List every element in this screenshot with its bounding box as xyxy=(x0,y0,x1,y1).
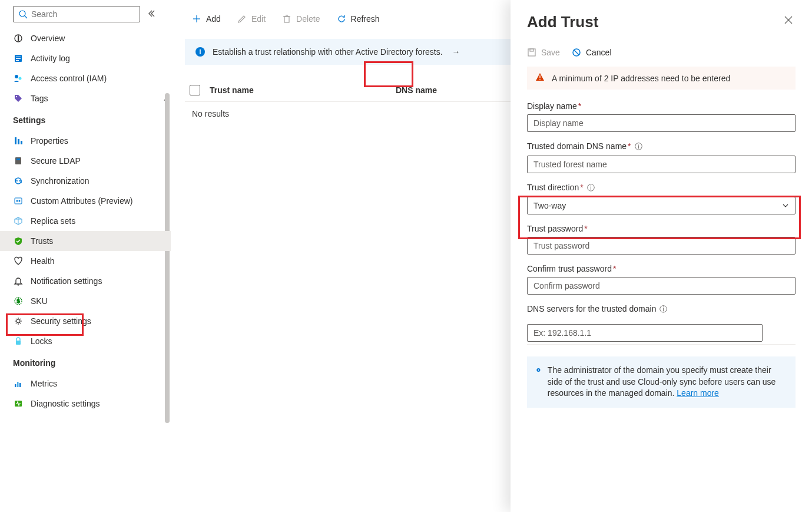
save-icon xyxy=(527,48,536,57)
svg-rect-41 xyxy=(539,79,540,80)
sidebar-item-label: Custom Attributes (Preview) xyxy=(31,196,133,206)
svg-rect-37 xyxy=(530,49,533,51)
activity-icon xyxy=(13,53,24,64)
svg-text:$: $ xyxy=(16,298,19,304)
sidebar-item-custom-attributes-preview-[interactable]: Custom Attributes (Preview) xyxy=(0,191,171,211)
svg-rect-23 xyxy=(15,384,16,387)
sidebar-item-tags[interactable]: Tags xyxy=(0,88,171,108)
collapse-sidebar-button[interactable] xyxy=(145,7,158,22)
sidebar-item-activity-log[interactable]: Activity log xyxy=(0,48,171,68)
dns-name-label: Trusted domain DNS name*ⓘ xyxy=(527,141,796,152)
info-text: Establish a trust relationship with othe… xyxy=(213,47,443,57)
sidebar-item-overview[interactable]: iOverview xyxy=(0,28,171,48)
replica-icon xyxy=(13,216,24,226)
delete-label: Delete xyxy=(296,14,320,24)
dns-name-input[interactable] xyxy=(527,156,796,173)
svg-point-17 xyxy=(16,200,18,202)
col-dns-name[interactable]: DNS name xyxy=(396,85,437,95)
sidebar-item-label: Properties xyxy=(31,136,68,146)
notify-icon xyxy=(13,276,24,286)
confirm-password-input[interactable] xyxy=(527,277,796,295)
svg-line-39 xyxy=(574,50,579,55)
svg-line-1 xyxy=(25,16,27,18)
sidebar-item-label: Tags xyxy=(31,94,48,103)
trust-password-input[interactable] xyxy=(527,237,796,255)
svg-text:i: i xyxy=(199,48,201,56)
edit-label: Edit xyxy=(251,14,266,24)
sidebar-item-notification-settings[interactable]: Notification settings xyxy=(0,271,171,291)
svg-text:i: i xyxy=(538,369,539,372)
sidebar-item-secure-ldap[interactable]: Secure LDAP xyxy=(0,151,171,171)
info-arrow[interactable]: → xyxy=(452,47,460,57)
svg-rect-15 xyxy=(16,158,20,160)
select-all-checkbox[interactable] xyxy=(190,85,200,95)
sku-icon: $ xyxy=(13,296,24,306)
alert-text: A minimum of 2 IP addresses need to be e… xyxy=(552,74,730,83)
sidebar-item-access-control-iam-[interactable]: Access control (IAM) xyxy=(0,68,171,88)
save-button: Save xyxy=(527,48,560,57)
sidebar-item-label: Metrics xyxy=(31,379,57,388)
svg-point-21 xyxy=(16,319,20,323)
learn-more-link[interactable]: Learn more xyxy=(677,388,719,398)
search-icon xyxy=(18,9,28,19)
sidebar-item-label: Locks xyxy=(31,336,52,346)
diagnostic-icon xyxy=(13,398,24,409)
col-trust-name[interactable]: Trust name xyxy=(210,85,386,95)
info-icon[interactable]: ⓘ xyxy=(587,183,595,193)
sidebar-item-locks[interactable]: Locks xyxy=(0,331,171,351)
sidebar-item-label: Security settings xyxy=(31,316,91,326)
sidebar-item-diagnostic-settings[interactable]: Diagnostic settings xyxy=(0,394,171,414)
svg-rect-24 xyxy=(17,382,19,387)
svg-rect-16 xyxy=(15,198,22,204)
sidebar-item-label: Access control (IAM) xyxy=(31,74,107,83)
edit-button: Edit xyxy=(230,11,273,27)
sidebar-item-label: Replica sets xyxy=(31,216,75,226)
display-name-input[interactable] xyxy=(527,114,796,132)
sidebar-item-properties[interactable]: Properties xyxy=(0,131,171,151)
sidebar-item-label: Trusts xyxy=(31,236,53,246)
sidebar-item-trusts[interactable]: Trusts xyxy=(0,231,171,251)
svg-rect-36 xyxy=(528,49,535,56)
svg-rect-13 xyxy=(21,141,22,144)
sidebar-item-label: Activity log xyxy=(31,54,70,63)
sidebar-item-label: Notification settings xyxy=(31,276,102,286)
refresh-button[interactable]: Refresh xyxy=(330,11,387,27)
cancel-label: Cancel xyxy=(586,48,612,57)
search-input[interactable] xyxy=(31,9,135,19)
overview-icon: i xyxy=(13,33,24,44)
dns-servers-input[interactable] xyxy=(527,324,763,342)
trust-direction-select[interactable]: Two-way xyxy=(527,197,796,214)
properties-icon xyxy=(13,136,24,146)
sidebar-item-label: SKU xyxy=(31,296,48,306)
svg-rect-12 xyxy=(18,139,19,144)
dns-servers-label: DNS servers for the trusted domainⓘ xyxy=(527,304,796,315)
refresh-label: Refresh xyxy=(351,14,380,24)
sidebar-item-replica-sets[interactable]: Replica sets xyxy=(0,211,171,231)
svg-rect-29 xyxy=(284,16,289,22)
sidebar-item-metrics[interactable]: Metrics xyxy=(0,374,171,394)
svg-rect-6 xyxy=(16,58,21,59)
add-button[interactable]: Add xyxy=(185,11,228,27)
svg-rect-14 xyxy=(15,157,21,164)
sidebar-item-health[interactable]: Health xyxy=(0,251,171,271)
svg-text:i: i xyxy=(18,35,19,42)
info-icon[interactable]: ⓘ xyxy=(659,304,667,315)
chevron-down-icon xyxy=(782,202,789,209)
sidebar-item-sku[interactable]: $SKU xyxy=(0,291,171,311)
metrics-icon xyxy=(13,378,24,389)
sidebar-item-security-settings[interactable]: Security settings xyxy=(0,311,171,331)
sidebar-item-label: Synchronization xyxy=(31,176,90,186)
sidebar-item-label: Diagnostic settings xyxy=(31,399,100,408)
sidebar-item-synchronization[interactable]: Synchronization xyxy=(0,171,171,191)
cancel-button[interactable]: Cancel xyxy=(572,48,612,57)
custom-icon xyxy=(13,196,24,206)
warning-icon xyxy=(535,72,545,84)
sidebar-search[interactable] xyxy=(13,6,140,22)
info-box: i The administrator of the domain you sp… xyxy=(527,356,796,408)
svg-rect-7 xyxy=(16,60,19,61)
close-button[interactable] xyxy=(781,13,796,29)
add-trust-panel: Add Trust Save Cancel A minimum of 2 IP … xyxy=(511,0,812,512)
svg-point-18 xyxy=(19,200,21,202)
svg-rect-25 xyxy=(19,383,21,387)
info-icon[interactable]: ⓘ xyxy=(635,141,642,152)
